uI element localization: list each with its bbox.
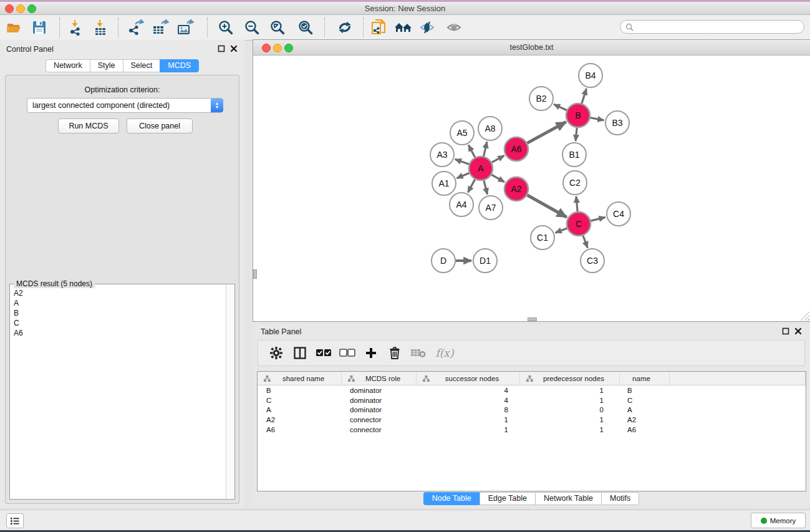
optimization-criterion-label: Optimization criterion: — [6, 85, 239, 94]
edge-A-A3[interactable] — [455, 159, 469, 164]
table-body[interactable]: Bdominator41BCdominator41CAdominator80AA… — [258, 385, 806, 435]
save-session-icon[interactable] — [30, 19, 49, 36]
run-mcds-button[interactable]: Run MCDS — [58, 118, 119, 133]
zoom-in-icon[interactable] — [216, 19, 235, 36]
edge-A-A4[interactable] — [468, 180, 475, 193]
node-label-A: A — [478, 163, 484, 173]
edge-B-B3[interactable] — [591, 118, 604, 120]
column-header-MCDS-role[interactable]: MCDS role — [342, 372, 417, 385]
table-row[interactable]: A2connector11A2 — [258, 415, 806, 425]
table-row[interactable]: A6connector11A6 — [258, 425, 806, 435]
criterion-dropdown[interactable]: largest connected component (directed) ▲… — [27, 98, 223, 113]
task-history-button[interactable] — [6, 513, 24, 528]
zoom-fit-icon[interactable] — [268, 19, 287, 36]
edge-A-A5[interactable] — [468, 145, 475, 157]
edge-B-B4[interactable] — [582, 89, 586, 104]
column-header-name[interactable]: name — [620, 372, 670, 385]
cell: dominator — [342, 397, 417, 404]
edge-B-B1[interactable] — [576, 128, 577, 141]
tab-node-table[interactable]: Node Table — [423, 492, 480, 505]
result-item[interactable]: C — [11, 318, 226, 328]
close-panel-icon[interactable] — [230, 45, 238, 53]
network-view-window: testGlobe.txt B4B2BB3A5A8A6A3AB1A1C2A2A4… — [253, 39, 810, 322]
list-icon — [11, 517, 19, 525]
memory-status-icon — [761, 518, 767, 524]
search-input[interactable] — [637, 22, 804, 32]
export-network-icon[interactable] — [126, 19, 145, 36]
export-image-icon[interactable] — [176, 19, 195, 36]
result-item[interactable]: B — [11, 308, 226, 318]
hide-selected-icon[interactable] — [418, 19, 436, 36]
cell: dominator — [342, 406, 417, 414]
node-table[interactable]: shared nameMCDS rolesuccessor nodesprede… — [257, 371, 806, 491]
settings-gear-icon[interactable] — [268, 345, 284, 361]
edge-B-B2[interactable] — [554, 104, 567, 110]
zoom-selected-icon[interactable] — [296, 19, 315, 36]
zoom-out-icon[interactable] — [243, 19, 261, 36]
mcds-result-list[interactable]: A2ABCA6 — [11, 288, 226, 498]
float-table-panel-icon[interactable] — [782, 327, 790, 336]
table-row[interactable]: Adominator80A — [258, 405, 806, 415]
column-header-filler — [670, 372, 806, 385]
edge-A-A6[interactable] — [492, 156, 504, 163]
mcds-tab-content: Optimization criterion: largest connecte… — [5, 75, 239, 504]
network-from-selection-icon[interactable] — [369, 19, 388, 36]
import-network-icon[interactable] — [66, 19, 85, 36]
function-builder-icon-disabled: f(x) — [436, 345, 453, 361]
result-scrollbar[interactable] — [226, 285, 234, 498]
select-all-columns-icon[interactable] — [316, 345, 332, 361]
table-row[interactable]: Cdominator41C — [258, 395, 806, 405]
toolbar-separator — [324, 17, 325, 37]
vertical-scroll-thumb[interactable] — [253, 269, 257, 279]
home-icon[interactable] — [394, 19, 413, 36]
edge-C-C4[interactable] — [591, 217, 605, 221]
show-all-icon[interactable] — [445, 19, 463, 36]
table-panel: Table Panel f(x) shared nameMCDS rolesuc… — [253, 324, 810, 507]
column-header-predecessor-nodes[interactable]: predecessor nodes — [520, 372, 620, 385]
result-item[interactable]: A6 — [11, 328, 226, 338]
column-view-icon[interactable] — [292, 345, 308, 361]
tab-select[interactable]: Select — [123, 59, 160, 72]
tab-edge-table[interactable]: Edge Table — [480, 492, 535, 505]
node-label-B: B — [575, 110, 581, 120]
network-graph-canvas[interactable]: B4B2BB3A5A8A6A3AB1A1C2A2A4A7CC4C1C3DD1 — [253, 56, 809, 321]
memory-button[interactable]: Memory — [751, 513, 806, 528]
close-panel-button[interactable]: Close panel — [127, 118, 193, 133]
network-title: testGlobe.txt — [253, 43, 810, 52]
toolbar-separator — [207, 17, 208, 37]
edge-A-A2[interactable] — [491, 175, 504, 182]
edge-A-A1[interactable] — [456, 173, 469, 178]
edge-A-A8[interactable] — [484, 142, 487, 156]
control-panel-title: Control Panel — [6, 45, 54, 54]
column-header-successor-nodes[interactable]: successor nodes — [417, 372, 520, 385]
export-table-icon[interactable] — [151, 19, 170, 36]
result-item[interactable]: A2 — [11, 288, 226, 298]
refresh-icon[interactable] — [335, 19, 354, 36]
delete-column-icon[interactable] — [387, 345, 403, 361]
float-panel-icon[interactable] — [218, 45, 226, 53]
edge-C-C3[interactable] — [583, 236, 587, 248]
tab-style[interactable]: Style — [90, 59, 123, 72]
edge-A6-B[interactable] — [528, 122, 566, 143]
search-field[interactable] — [620, 20, 804, 34]
cell: C — [620, 397, 670, 404]
edge-A2-C[interactable] — [527, 195, 566, 217]
result-item[interactable]: A — [11, 298, 226, 308]
tab-mcds[interactable]: MCDS — [160, 59, 199, 72]
edge-A-A7[interactable] — [484, 180, 488, 194]
open-file-icon[interactable] — [4, 19, 22, 36]
tab-network-table[interactable]: Network Table — [535, 492, 601, 505]
memory-label: Memory — [770, 517, 796, 525]
deselect-all-columns-icon[interactable] — [339, 345, 355, 361]
tab-motifs[interactable]: Motifs — [601, 492, 639, 505]
tab-network[interactable]: Network — [46, 59, 90, 72]
add-column-icon[interactable] — [363, 345, 379, 361]
table-row[interactable]: Bdominator41B — [258, 385, 806, 395]
import-table-icon[interactable] — [91, 19, 110, 36]
table-header-row[interactable]: shared nameMCDS rolesuccessor nodesprede… — [258, 372, 806, 385]
edge-C-C2[interactable] — [576, 196, 577, 211]
horizontal-scroll-thumb[interactable] — [528, 317, 537, 321]
edge-C-C1[interactable] — [556, 228, 567, 233]
close-table-panel-icon[interactable] — [794, 327, 803, 336]
column-header-shared-name[interactable]: shared name — [258, 372, 342, 385]
